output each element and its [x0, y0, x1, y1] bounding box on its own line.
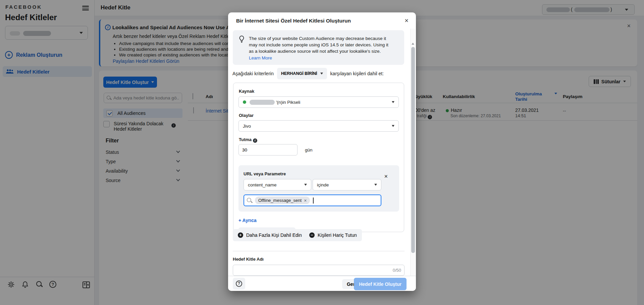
include-more-people-button[interactable]: + Daha Fazla Kişi Dahil Edin	[233, 229, 307, 241]
criteria-box: Kaynak '(n)in Pikseli Olaylar Jivo Tutma…	[233, 83, 404, 232]
operator-value: içinde	[317, 182, 329, 187]
events-value: Jivo	[243, 124, 251, 129]
pixel-status-dot	[243, 100, 246, 104]
create-audience-submit-button[interactable]: Hedef Kitle Oluştur	[354, 278, 407, 290]
include-suffix: karşılayan kişileri dahil et:	[330, 71, 384, 76]
parameter-select[interactable]: content_name	[244, 179, 311, 190]
learn-more-link[interactable]: Learn More	[249, 55, 272, 60]
modal-footer: ? Geri Hedef Kitle Oluştur	[228, 276, 416, 291]
redacted-text	[250, 100, 275, 105]
match-any-selector[interactable]: HERHANGİ BİRİNİ	[277, 68, 327, 79]
source-select[interactable]: '(n)in Pikseli	[238, 96, 399, 108]
include-more-label: Daha Fazla Kişi Dahil Edin	[246, 232, 302, 238]
retention-input[interactable]	[238, 144, 298, 156]
divider	[233, 251, 405, 251]
source-label: Kaynak	[239, 89, 254, 94]
token-remove-icon[interactable]: ×	[304, 198, 307, 203]
lightbulb-icon	[239, 36, 245, 43]
help-button[interactable]: ?	[233, 278, 245, 290]
operator-select[interactable]: içinde	[313, 179, 381, 190]
chevron-down-icon	[320, 73, 323, 75]
token-label: Offline_message_sent	[258, 198, 302, 203]
parameter-value: content_name	[248, 182, 277, 187]
include-criteria-row: Aşağıdaki kriterlerin HERHANGİ BİRİNİ ka…	[232, 68, 407, 79]
help-icon: ?	[236, 280, 242, 287]
scroll-up-icon[interactable]	[412, 43, 414, 45]
chevron-down-icon	[304, 184, 307, 186]
chevron-down-icon	[392, 125, 394, 127]
plus-circle-icon: +	[238, 232, 243, 238]
modal-scrollbar[interactable]	[410, 29, 415, 288]
char-counter: 0/50	[393, 268, 401, 273]
notice-text: The size of your website Custom Audience…	[249, 35, 394, 54]
audience-name-label: Hedef Kitle Adı	[233, 257, 264, 262]
minus-circle-icon: −	[309, 232, 315, 238]
retention-unit: gün	[305, 147, 313, 152]
remove-rule-icon[interactable]: ×	[384, 174, 388, 179]
and-also-link[interactable]: + Ayrıca	[238, 218, 257, 223]
match-any-label: HERHANGİ BİRİNİ	[281, 71, 317, 76]
chevron-down-icon	[374, 184, 377, 186]
exclude-people-button[interactable]: − Kişileri Hariç Tutun	[304, 229, 362, 241]
include-prefix: Aşağıdaki kriterlerin	[232, 71, 274, 76]
keyword-token: Offline_message_sent ×	[255, 197, 310, 204]
modal-close-icon[interactable]: ×	[405, 17, 409, 25]
url-parameter-box: URL veya Parametre × content_name içinde…	[238, 165, 399, 212]
create-website-audience-modal: Bir İnternet Sitesi Özel Hedef Kitlesi O…	[228, 12, 416, 291]
exclude-label: Kişileri Hariç Tutun	[318, 232, 357, 238]
source-value: '(n)in Pikseli	[276, 100, 300, 105]
info-icon: i	[253, 138, 257, 143]
chevron-down-icon	[392, 101, 394, 103]
audience-name-field: 0/50	[233, 265, 405, 276]
events-label: Olaylar	[239, 113, 254, 118]
url-param-label: URL veya Parametre	[244, 171, 286, 176]
ios-notice-box: The size of your website Custom Audience…	[233, 30, 404, 65]
scrollbar-thumb[interactable]	[411, 47, 415, 253]
events-select[interactable]: Jivo	[238, 120, 399, 132]
modal-title: Bir İnternet Sitesi Özel Hedef Kitlesi O…	[236, 18, 351, 24]
text-cursor	[313, 198, 314, 204]
retention-label: Tutma i	[239, 137, 257, 143]
search-icon	[247, 198, 252, 203]
audience-name-input[interactable]	[233, 265, 405, 276]
keyword-search-input[interactable]: Offline_message_sent ×	[244, 194, 381, 206]
